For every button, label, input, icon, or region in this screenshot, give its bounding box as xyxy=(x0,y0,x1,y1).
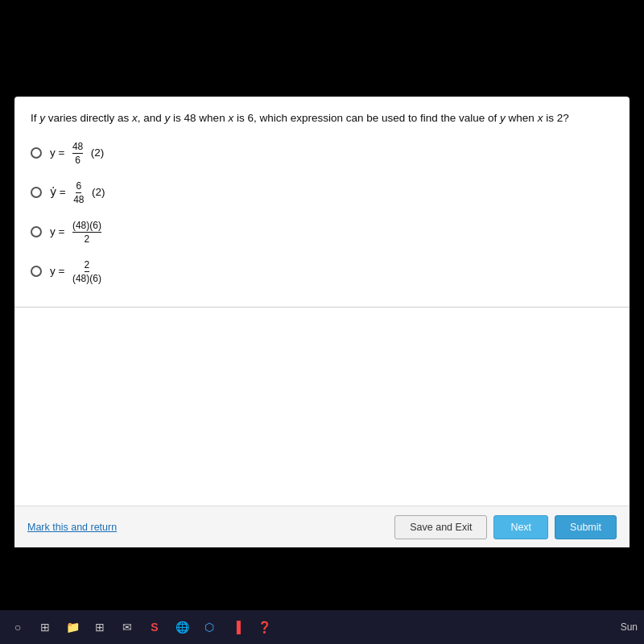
fraction-d: 2 (48)(6) xyxy=(72,259,101,284)
quiz-screen: If y varies directly as x, and y is 48 w… xyxy=(14,97,630,547)
option-b-label: ẏ = 6 48 (2) xyxy=(50,180,105,205)
footer-bar: Mark this and return Save and Exit Next … xyxy=(14,506,630,547)
taskbar-grid-icon[interactable]: ⊞ xyxy=(89,616,111,638)
question-area: If y varies directly as x, and y is 48 w… xyxy=(14,97,630,308)
taskbar-right: Sun xyxy=(621,621,638,633)
taskbar-task-icon[interactable]: ⊞ xyxy=(34,616,56,638)
taskbar-search-icon[interactable]: ○ xyxy=(6,616,29,638)
radio-a[interactable] xyxy=(31,147,42,159)
fraction-b: 6 48 xyxy=(73,180,84,205)
taskbar: ○ ⊞ 📁 ⊞ ✉ S 🌐 ⬡ ▐ ❓ Sun xyxy=(0,610,644,644)
option-d-label: y = 2 (48)(6) xyxy=(50,259,103,284)
fraction-a: 48 6 xyxy=(72,141,83,166)
option-c[interactable]: y = (48)(6) 2 xyxy=(31,220,613,245)
footer-buttons: Save and Exit Next Submit xyxy=(394,515,617,539)
taskbar-help-icon[interactable]: ❓ xyxy=(253,616,275,638)
radio-d[interactable] xyxy=(31,266,42,277)
submit-button[interactable]: Submit xyxy=(555,515,617,539)
radio-c[interactable] xyxy=(31,226,42,237)
question-text: If y varies directly as x, and y is 48 w… xyxy=(31,111,613,126)
option-a[interactable]: y = 48 6 (2) xyxy=(31,141,613,166)
fraction-c: (48)(6) 2 xyxy=(72,220,101,245)
next-button[interactable]: Next xyxy=(493,515,548,539)
taskbar-folder-icon[interactable]: 📁 xyxy=(61,616,84,638)
taskbar-sun-label: Sun xyxy=(621,621,638,633)
taskbar-red-icon[interactable]: ▐ xyxy=(225,616,248,638)
taskbar-s-icon[interactable]: S xyxy=(143,616,166,638)
option-a-label: y = 48 6 (2) xyxy=(50,141,104,166)
option-b[interactable]: ẏ = 6 48 (2) xyxy=(31,180,613,205)
save-exit-button[interactable]: Save and Exit xyxy=(394,515,487,539)
option-d[interactable]: y = 2 (48)(6) xyxy=(31,259,613,284)
taskbar-edge-icon[interactable]: 🌐 xyxy=(171,616,193,638)
taskbar-mail-icon[interactable]: ✉ xyxy=(116,616,138,638)
taskbar-blue-icon[interactable]: ⬡ xyxy=(198,616,221,638)
option-c-label: y = (48)(6) 2 xyxy=(50,220,103,245)
radio-b[interactable] xyxy=(31,187,42,198)
mark-return-link[interactable]: Mark this and return xyxy=(27,522,117,533)
